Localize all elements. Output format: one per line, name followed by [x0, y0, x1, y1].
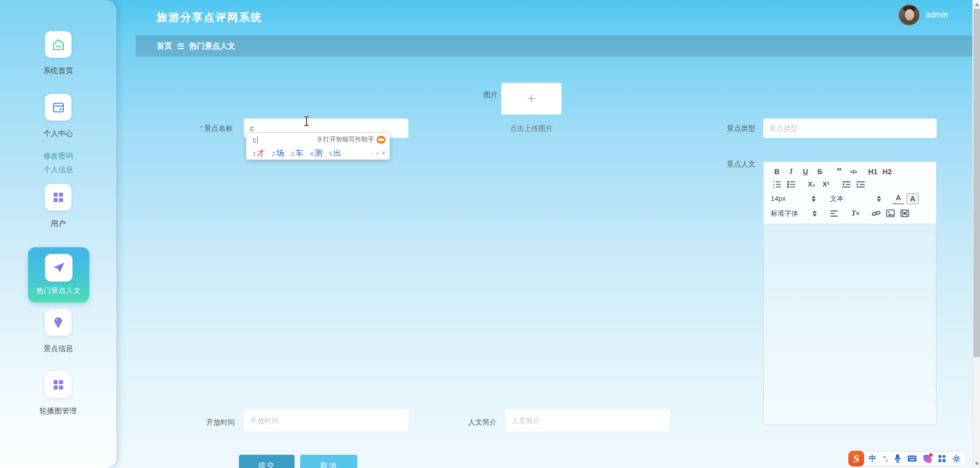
- arrow-up-icon: [975, 3, 979, 6]
- menu-lines-icon: [178, 43, 184, 49]
- stepper-icon: [813, 210, 817, 217]
- vertical-scrollbar: [972, 0, 980, 468]
- ime-candidate[interactable]: 1才: [253, 148, 265, 159]
- intro-label: 人文简介: [453, 418, 497, 427]
- sidebar-item-hot-spot-culture-active[interactable]: 热门景点人文: [28, 247, 89, 302]
- ime-prev-page-icon[interactable]: ‹: [371, 150, 373, 157]
- scrollbar-thumb[interactable]: [973, 9, 980, 357]
- grid-icon: [45, 371, 71, 398]
- breadcrumb-home[interactable]: 首页: [157, 41, 172, 51]
- heading2-button[interactable]: H2: [881, 166, 893, 177]
- font-size-select[interactable]: 14px: [771, 195, 816, 202]
- cancel-button[interactable]: 取消: [300, 455, 357, 468]
- skin-icon[interactable]: [923, 455, 932, 463]
- code-block-button[interactable]: </>: [847, 166, 860, 177]
- align-button[interactable]: [828, 208, 840, 219]
- required-mark: *: [200, 124, 203, 132]
- toolbox-grid-icon[interactable]: [938, 455, 946, 462]
- stepper-icon: [877, 196, 881, 202]
- indent-button[interactable]: [854, 179, 867, 190]
- heading1-button[interactable]: H1: [867, 166, 879, 177]
- ime-pinyin: c: [253, 135, 257, 144]
- sidebar-item-label: 用户: [0, 219, 116, 228]
- intro-input[interactable]: [505, 409, 670, 431]
- sidebar-link-personal-info[interactable]: 个人信息: [0, 165, 116, 175]
- link-label: 个人信息: [43, 166, 73, 174]
- grid-icon: [45, 184, 71, 210]
- sogou-logo-icon[interactable]: S: [848, 451, 864, 466]
- sidebar-item-label: 热门景点人文: [28, 286, 89, 295]
- highlight-color-button[interactable]: A: [906, 193, 919, 204]
- home-icon: [45, 31, 71, 58]
- arrow-down-icon: [975, 462, 979, 465]
- open-time-input[interactable]: [244, 409, 408, 431]
- format-select[interactable]: 文本: [830, 194, 881, 203]
- sidebar-item-label: 系统首页: [0, 66, 116, 76]
- sidebar-item-carousel-mgmt[interactable]: 轮播图管理: [0, 371, 116, 416]
- ime-candidate[interactable]: 4测: [310, 148, 322, 159]
- image-label: 图片: [459, 90, 498, 100]
- sidebar-item-users[interactable]: 用户: [0, 184, 116, 228]
- insert-video-icon[interactable]: [898, 208, 911, 219]
- ordered-list-button[interactable]: [771, 179, 783, 190]
- user-menu[interactable]: admin: [898, 4, 948, 26]
- submit-button[interactable]: 提交: [239, 455, 295, 468]
- strikethrough-button[interactable]: S: [814, 166, 826, 177]
- open-time-label: 开放时间: [191, 418, 235, 427]
- editor-toolbar: B I U S ” </> H1 H2: [764, 162, 936, 224]
- superscript-button[interactable]: X²: [820, 179, 832, 190]
- spot-name-label: *景点名称: [188, 124, 233, 133]
- underline-button[interactable]: U: [799, 166, 812, 177]
- microphone-icon[interactable]: [894, 454, 901, 463]
- blockquote-button[interactable]: ”: [833, 166, 845, 177]
- text-color-button[interactable]: A: [892, 193, 904, 204]
- bold-button[interactable]: B: [771, 166, 783, 177]
- ime-punctuation-icon[interactable]: °,: [883, 455, 888, 462]
- ime-candidate[interactable]: 5出: [329, 148, 341, 159]
- outdent-button[interactable]: [840, 179, 852, 190]
- scroll-up-button[interactable]: [973, 0, 980, 9]
- bullet-list-button[interactable]: [785, 179, 797, 190]
- rich-text-editor: B I U S ” </> H1 H2: [763, 161, 937, 425]
- username: admin: [926, 10, 948, 19]
- ime-popup: c 9 打开智能写作助手 1才 2场 3车 4测 5出 ‹ › ˅: [246, 132, 390, 160]
- spot-type-input[interactable]: [763, 119, 937, 138]
- upload-hint: 点击上传图片: [494, 124, 569, 133]
- page: 系统首页 个人中心 修改密码 个人信息: [0, 0, 980, 468]
- avatar: [898, 4, 920, 26]
- ime-caret: [257, 136, 258, 144]
- soft-keyboard-icon[interactable]: [908, 455, 917, 462]
- font-family-select[interactable]: 标准字体: [771, 209, 817, 218]
- image-upload-button[interactable]: +: [501, 83, 561, 114]
- ime-mode-chinese-icon[interactable]: 中: [869, 454, 876, 463]
- sidebar: 系统首页 个人中心 修改密码 个人信息: [0, 0, 116, 468]
- ime-expand-icon[interactable]: ˅: [382, 150, 385, 157]
- stepper-icon: [812, 196, 816, 202]
- ime-assist-shortcut[interactable]: 9 打开智能写作助手: [318, 135, 385, 144]
- editor-content-area[interactable]: [764, 224, 936, 430]
- profile-card-icon: [45, 94, 71, 121]
- sidebar-link-change-password[interactable]: 修改密码: [0, 151, 116, 161]
- sidebar-item-personal-center[interactable]: 个人中心: [0, 94, 116, 138]
- ime-candidate[interactable]: 2场: [272, 148, 284, 159]
- font-size-value: 14px: [771, 195, 786, 202]
- sidebar-item-home[interactable]: 系统首页: [0, 31, 116, 76]
- scroll-down-button[interactable]: [973, 459, 980, 468]
- ime-assist-label: 9 打开智能写作助手: [318, 135, 374, 144]
- breadcrumb-current: 热门景点人文: [189, 41, 235, 51]
- ime-toolbar: S 中 °,: [848, 451, 966, 466]
- insert-image-icon[interactable]: [884, 208, 896, 219]
- link-icon[interactable]: [870, 208, 882, 219]
- settings-gear-icon[interactable]: [952, 455, 961, 463]
- subscript-button[interactable]: X₂: [805, 179, 818, 190]
- italic-button[interactable]: I: [785, 166, 797, 177]
- sidebar-item-spot-info[interactable]: 景点信息: [0, 309, 116, 354]
- robot-icon: [377, 136, 385, 144]
- sidebar-item-label: 景点信息: [0, 344, 116, 354]
- ime-next-page-icon[interactable]: ›: [376, 150, 378, 157]
- breadcrumb: 首页 热门景点人文: [136, 35, 972, 57]
- sidebar-item-label: 轮播图管理: [0, 406, 116, 416]
- spot-culture-label: 景点人文: [715, 160, 755, 169]
- ime-candidate[interactable]: 3车: [291, 148, 303, 159]
- clear-format-button[interactable]: T✕: [849, 208, 862, 219]
